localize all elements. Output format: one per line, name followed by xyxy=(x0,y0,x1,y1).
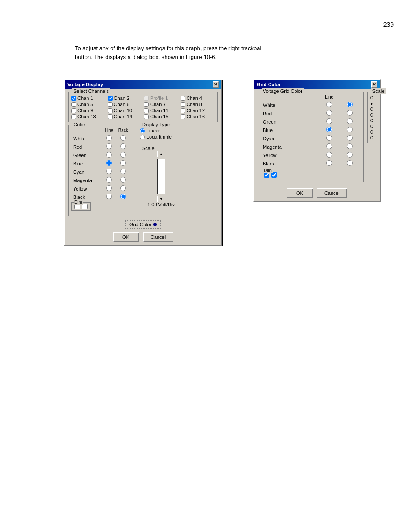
grid-color-dialog-close[interactable]: ✕ xyxy=(371,81,377,88)
channel-12-checkbox[interactable] xyxy=(181,108,185,113)
display-type-label: Display Type xyxy=(141,122,171,127)
voltage-grid-color-group: Voltage Grid Color Line White xyxy=(258,92,364,182)
channel-7-checkbox[interactable] xyxy=(144,102,149,107)
yellow-line-radio[interactable] xyxy=(106,185,112,191)
grid-scale-c-8: C xyxy=(370,136,373,140)
channel-5-checkbox[interactable] xyxy=(71,102,76,107)
grid-ok-button[interactable]: OK xyxy=(287,188,313,198)
channel-item-10[interactable]: Chan 10 xyxy=(108,108,143,113)
channel-9-checkbox[interactable] xyxy=(71,108,76,113)
white-line-radio[interactable] xyxy=(106,135,112,141)
magenta-line-radio[interactable] xyxy=(106,177,112,183)
grid-green-line-radio[interactable] xyxy=(326,118,332,124)
channel-15-checkbox[interactable] xyxy=(144,114,149,119)
voltage-dialog-close[interactable]: ✕ xyxy=(213,81,219,88)
grid-cyan-line-radio[interactable] xyxy=(326,135,332,141)
voltage-ok-button[interactable]: OK xyxy=(113,232,139,242)
connection-arrow xyxy=(200,220,310,246)
green-back-radio[interactable] xyxy=(120,152,126,158)
profile-1-checkbox[interactable] xyxy=(144,96,149,101)
cyan-back-radio[interactable] xyxy=(120,169,126,174)
grid-yellow-row: Yellow xyxy=(262,151,360,159)
grid-cancel-button[interactable]: Cancel xyxy=(317,188,347,198)
red-back-radio[interactable] xyxy=(120,143,126,149)
grid-red-label: Red xyxy=(262,110,318,117)
channel-14-checkbox[interactable] xyxy=(108,114,113,119)
scale-up-button[interactable]: ▲ xyxy=(157,151,165,157)
grid-blue-lines-radio[interactable] xyxy=(347,127,353,132)
grid-white-line-radio[interactable] xyxy=(326,102,332,107)
channel-16-checkbox[interactable] xyxy=(181,114,185,119)
grid-cyan-lines-radio[interactable] xyxy=(347,135,353,141)
white-back-radio[interactable] xyxy=(120,135,126,141)
channel-item-14[interactable]: Chan 14 xyxy=(108,114,143,119)
logarithmic-option[interactable]: Logarithmic xyxy=(140,134,182,139)
scale-slider-container: ▲ ▼ xyxy=(140,151,182,202)
channel-item-15[interactable]: Chan 15 xyxy=(144,114,179,119)
grid-red-lines-radio[interactable] xyxy=(347,110,353,116)
grid-color-dialog-buttons: OK Cancel xyxy=(258,188,376,198)
channel-7-label: Chan 7 xyxy=(150,102,166,107)
channel-4-checkbox[interactable] xyxy=(181,96,185,101)
channel-item-13[interactable]: Chan 13 xyxy=(71,114,106,119)
channel-item-5[interactable]: Chan 5 xyxy=(71,102,106,107)
scale-groupbox: Scale ▲ ▼ 1.00 Volt/Div xyxy=(137,149,185,210)
linear-option[interactable]: Linear xyxy=(140,128,182,133)
channel-item-profile1[interactable]: Profile 1 xyxy=(144,95,179,101)
channel-item-6[interactable]: Chan 6 xyxy=(108,102,143,107)
blue-back-radio[interactable] xyxy=(120,160,126,166)
channel-11-label: Chan 11 xyxy=(150,108,169,113)
channel-item-8[interactable]: Chan 8 xyxy=(181,102,215,107)
scale-track xyxy=(157,159,165,194)
grid-green-row: Green xyxy=(262,118,360,125)
grid-yellow-line-radio[interactable] xyxy=(326,152,332,158)
voltage-cancel-button[interactable]: Cancel xyxy=(143,232,173,242)
channel-item-4[interactable]: Chan 4 xyxy=(181,95,215,101)
channel-11-checkbox[interactable] xyxy=(144,108,149,113)
channel-6-checkbox[interactable] xyxy=(108,102,113,107)
grid-color-button[interactable]: Grid Color xyxy=(125,220,161,229)
channel-item-16[interactable]: Chan 16 xyxy=(181,114,215,119)
color-groupbox-label: Color xyxy=(72,122,86,127)
scale-down-button[interactable]: ▼ xyxy=(157,196,165,202)
yellow-back-radio[interactable] xyxy=(120,185,126,191)
grid-blue-label: Blue xyxy=(262,126,318,134)
grid-magenta-lines-radio[interactable] xyxy=(347,143,353,149)
grid-black-lines-radio[interactable] xyxy=(347,160,353,166)
black-back-radio[interactable] xyxy=(120,194,126,199)
blue-line-radio[interactable] xyxy=(106,160,112,166)
description-text: To adjust any of the display settings fo… xyxy=(75,44,361,61)
grid-red-line-radio[interactable] xyxy=(326,110,332,116)
channel-item-1[interactable]: Chan 1 xyxy=(71,95,106,101)
grid-color-dot xyxy=(153,223,157,226)
page-number: 239 xyxy=(383,21,394,28)
linear-radio[interactable] xyxy=(140,128,145,133)
channel-item-7[interactable]: Chan 7 xyxy=(144,102,179,107)
channel-10-checkbox[interactable] xyxy=(108,108,113,113)
channel-item-2[interactable]: Chan 2 xyxy=(108,95,143,101)
black-line-radio[interactable] xyxy=(106,194,112,199)
magenta-back-radio[interactable] xyxy=(120,177,126,183)
channel-2-checkbox[interactable] xyxy=(108,96,113,101)
channel-8-checkbox[interactable] xyxy=(181,102,185,107)
red-line-radio[interactable] xyxy=(106,143,112,149)
color-row-red: Red xyxy=(72,143,130,150)
channel-item-11[interactable]: Chan 11 xyxy=(144,108,179,113)
grid-magenta-line-radio[interactable] xyxy=(326,143,332,149)
channel-item-9[interactable]: Chan 9 xyxy=(71,108,106,113)
green-line-radio[interactable] xyxy=(106,152,112,158)
grid-scale-c-7: C xyxy=(370,130,373,135)
grid-black-line-radio[interactable] xyxy=(326,160,332,166)
channel-5-label: Chan 5 xyxy=(77,102,93,107)
grid-yellow-lines-radio[interactable] xyxy=(347,152,353,158)
channel-2-label: Chan 2 xyxy=(114,95,129,101)
grid-green-lines-radio[interactable] xyxy=(347,118,353,124)
channel-1-checkbox[interactable] xyxy=(71,96,76,101)
logarithmic-radio[interactable] xyxy=(140,135,145,139)
cyan-line-radio[interactable] xyxy=(106,169,112,174)
channel-13-checkbox[interactable] xyxy=(71,114,76,119)
grid-magenta-label: Magenta xyxy=(262,143,318,150)
grid-white-lines-radio[interactable] xyxy=(347,102,353,107)
grid-blue-line-radio[interactable] xyxy=(326,127,332,132)
channel-item-12[interactable]: Chan 12 xyxy=(181,108,215,113)
